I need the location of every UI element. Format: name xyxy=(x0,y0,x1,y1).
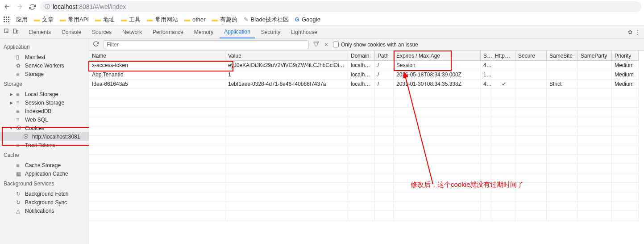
tab-sources[interactable]: Sources xyxy=(87,26,116,38)
table-cell[interactable]: Session xyxy=(394,61,481,70)
bookmark-link[interactable]: ✎Blade技术社区 xyxy=(244,16,289,24)
column-header[interactable]: Path xyxy=(375,51,394,61)
table-cell[interactable] xyxy=(515,80,547,89)
table-cell[interactable] xyxy=(578,80,612,89)
bookmark-folder[interactable]: ▬other xyxy=(184,16,206,23)
table-cell[interactable]: Idea-661643a5 xyxy=(89,80,225,89)
sidebar-item[interactable]: ≡Web SQL xyxy=(0,115,89,124)
table-cell-empty xyxy=(348,192,375,202)
sidebar-item[interactable]: ▶≡Session Storage xyxy=(0,98,89,107)
sidebar-item[interactable]: ≡Trust Tokens xyxy=(0,141,89,149)
table-cell[interactable] xyxy=(547,70,578,80)
bookmark-folder[interactable]: ▬有趣的 xyxy=(212,16,237,24)
filter-input[interactable] xyxy=(104,40,309,49)
bookmark-folder[interactable]: ▬地址 xyxy=(95,16,115,24)
table-cell[interactable] xyxy=(547,61,578,70)
clear-filter-icon[interactable] xyxy=(313,41,320,48)
table-cell[interactable]: Strict xyxy=(547,80,578,89)
column-header[interactable]: Expires / Max-Age xyxy=(394,51,481,61)
table-cell[interactable]: 4... xyxy=(481,61,492,70)
table-cell[interactable]: 1ebf1aee-0328-4d71-8e46-f40b86f7437a xyxy=(225,80,348,89)
sidebar-item[interactable]: ≡IndexedDB xyxy=(0,107,89,115)
table-cell[interactable]: localhost xyxy=(348,80,375,89)
tab-elements[interactable]: Elements xyxy=(24,26,55,38)
table-cell[interactable]: / xyxy=(375,61,394,70)
grid-icon: ▦ xyxy=(16,171,22,177)
tab-security[interactable]: Security xyxy=(257,26,285,38)
table-cell-empty xyxy=(515,89,547,98)
column-header[interactable]: HttpO... xyxy=(492,51,515,61)
tab-performance[interactable]: Performance xyxy=(148,26,188,38)
column-header[interactable]: Secure xyxy=(515,51,547,61)
table-cell[interactable]: 49 xyxy=(481,80,492,89)
bookmark-folder[interactable]: ▬文章 xyxy=(34,16,54,24)
table-cell[interactable] xyxy=(578,61,612,70)
table-cell[interactable]: 13 xyxy=(481,70,492,80)
tree-toggle-icon[interactable]: ▼ xyxy=(9,126,13,130)
settings-icon[interactable]: ✿ xyxy=(628,29,632,35)
table-cell[interactable]: Abp.TenantId xyxy=(89,70,225,80)
tree-toggle-icon[interactable]: ▶ xyxy=(9,92,13,97)
table-cell[interactable] xyxy=(492,61,515,70)
apps-icon[interactable] xyxy=(4,17,10,23)
table-cell[interactable]: Medium xyxy=(612,61,639,70)
bookmark-folder[interactable]: ▬常用API xyxy=(60,16,89,24)
table-cell-empty xyxy=(375,136,394,145)
sidebar-item[interactable]: ↻Background Sync xyxy=(0,198,89,206)
refresh-icon[interactable] xyxy=(93,41,99,48)
column-header[interactable]: Name xyxy=(89,51,225,61)
more-icon[interactable]: ⋮ xyxy=(635,29,640,35)
column-header[interactable]: SameSite xyxy=(547,51,578,61)
table-cell[interactable]: ✓ xyxy=(492,80,515,89)
sidebar-item[interactable]: ▼⦿Cookies xyxy=(0,124,89,132)
column-header[interactable]: SameParty xyxy=(578,51,612,61)
table-cell[interactable] xyxy=(578,70,612,80)
tab-memory[interactable]: Memory xyxy=(190,26,218,38)
table-cell-empty xyxy=(547,98,578,108)
sidebar-item[interactable]: ▯Manifest xyxy=(0,53,89,61)
table-cell[interactable]: Medium xyxy=(612,70,639,80)
sidebar-item[interactable]: ⦿http://localhost:8081 xyxy=(0,132,89,141)
sidebar-item[interactable]: ▶≡Local Storage xyxy=(0,90,89,98)
tab-console[interactable]: Console xyxy=(57,26,86,38)
table-cell[interactable]: 1 xyxy=(225,70,348,80)
sidebar-item[interactable]: ≡Storage xyxy=(0,70,89,78)
table-cell[interactable]: / xyxy=(375,80,394,89)
table-cell-empty xyxy=(481,211,492,220)
tab-network[interactable]: Network xyxy=(118,26,146,38)
bookmark-folder[interactable]: ▬常用网站 xyxy=(147,16,178,24)
table-cell[interactable]: localhost xyxy=(348,70,375,80)
column-header[interactable]: Priority xyxy=(612,51,639,61)
column-header[interactable]: Domain xyxy=(348,51,375,61)
tab-lighthouse[interactable]: Lighthouse xyxy=(287,26,322,38)
table-cell[interactable]: Medium xyxy=(612,80,639,89)
column-header[interactable]: S... xyxy=(481,51,492,61)
reload-icon[interactable] xyxy=(28,2,37,11)
table-cell-empty xyxy=(612,136,639,145)
forward-icon[interactable] xyxy=(15,2,24,11)
table-cell[interactable] xyxy=(492,70,515,80)
column-header[interactable]: Value xyxy=(225,51,348,61)
bookmark-folder[interactable]: ▬工具 xyxy=(121,16,141,24)
address-bar[interactable]: ⓘ localhost:8081/#/wel/index xyxy=(40,1,641,12)
sidebar-item[interactable]: ▦Application Cache xyxy=(0,169,89,178)
device-icon[interactable] xyxy=(12,28,19,36)
inspect-icon[interactable] xyxy=(4,28,10,36)
table-cell[interactable]: localhost xyxy=(348,61,375,70)
tree-toggle-icon[interactable]: ▶ xyxy=(9,101,13,105)
table-cell[interactable]: x-access-token xyxy=(89,61,225,70)
back-icon[interactable] xyxy=(3,2,12,11)
table-cell[interactable] xyxy=(515,61,547,70)
only-issue-checkbox[interactable]: Only show cookies with an issue xyxy=(333,42,418,48)
sidebar-item[interactable]: △Notifications xyxy=(0,206,89,215)
tab-application[interactable]: Application xyxy=(220,26,255,38)
table-cell[interactable]: eyJ0eXAiOiJKc29uV2ViVG9rZW4iLCJhbGciOiJI… xyxy=(225,61,348,70)
sidebar-item[interactable]: ✿Service Workers xyxy=(0,61,89,70)
bookmark-link[interactable]: GGoogle xyxy=(295,16,320,23)
apps-label[interactable]: 应用 xyxy=(16,16,28,24)
table-cell[interactable]: / xyxy=(375,70,394,80)
close-icon[interactable]: ✕ xyxy=(324,42,328,48)
sidebar-item[interactable]: ↻Background Fetch xyxy=(0,189,89,198)
table-cell[interactable] xyxy=(515,70,547,80)
sidebar-item[interactable]: ≡Cache Storage xyxy=(0,161,89,169)
